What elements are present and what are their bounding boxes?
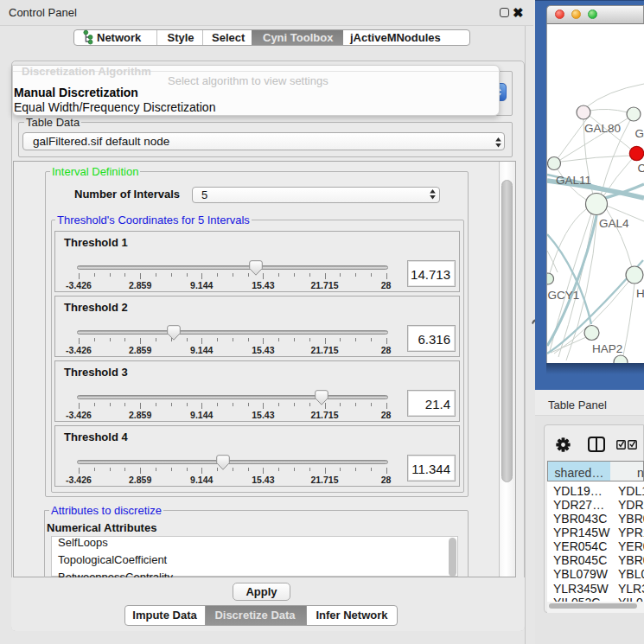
svg-text:GAL11: GAL11	[556, 174, 591, 187]
svg-text:HAP2: HAP2	[592, 342, 622, 355]
svg-text:GAL4: GAL4	[599, 217, 629, 230]
svg-text:C: C	[638, 162, 644, 175]
svg-text:GA: GA	[635, 127, 644, 140]
svg-text:GCY1: GCY1	[548, 289, 580, 302]
svg-text:H: H	[636, 287, 644, 300]
svg-text:GAL80: GAL80	[584, 122, 621, 135]
